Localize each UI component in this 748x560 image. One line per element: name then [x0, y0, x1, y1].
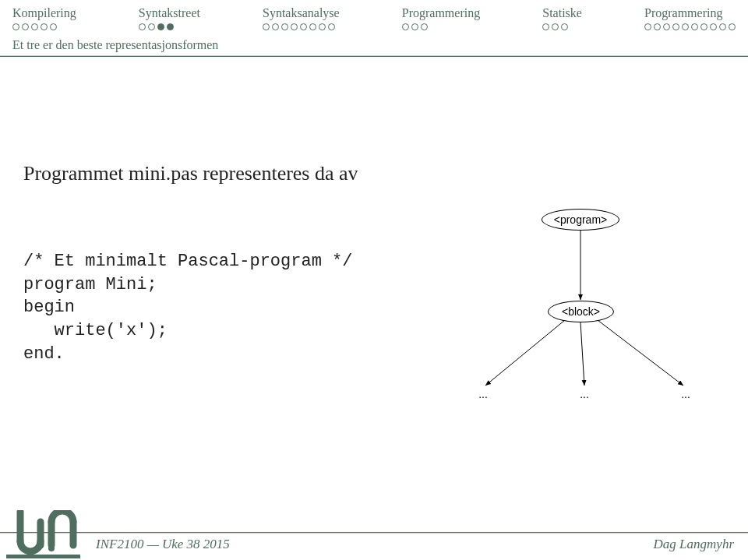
- progress-dots: [263, 23, 335, 30]
- nav-item[interactable]: Programmering: [644, 6, 736, 30]
- progress-dots: [644, 23, 736, 30]
- svg-point-4: [48, 545, 55, 551]
- progress-dots: [12, 23, 57, 30]
- nav-label: Statiske: [542, 6, 582, 20]
- nav-item[interactable]: Programmering: [402, 6, 480, 30]
- progress-dot[interactable]: [411, 23, 418, 30]
- progress-dot[interactable]: [682, 23, 689, 30]
- progress-dot[interactable]: [691, 23, 698, 30]
- nav-label: Kompilering: [12, 6, 76, 20]
- progress-dot[interactable]: [139, 23, 146, 30]
- progress-dot[interactable]: [263, 23, 270, 30]
- progress-dot[interactable]: [41, 23, 48, 30]
- progress-dot[interactable]: [12, 23, 19, 30]
- slide-content: Programmet mini.pas representeres da av …: [0, 57, 748, 462]
- footer-divider: [0, 532, 748, 534]
- nav-item[interactable]: Statiske: [542, 6, 582, 30]
- progress-dots: [542, 23, 568, 30]
- progress-dot[interactable]: [700, 23, 707, 30]
- nav-label: Syntaksanalyse: [263, 6, 340, 20]
- progress-dot[interactable]: [157, 23, 164, 30]
- node-leaf: ...: [468, 388, 499, 400]
- node-leaf: ...: [670, 388, 701, 400]
- progress-dots: [402, 23, 428, 30]
- svg-line-3: [598, 320, 683, 386]
- progress-dot[interactable]: [22, 23, 29, 30]
- progress-dot[interactable]: [552, 23, 559, 30]
- progress-dots: [139, 23, 174, 30]
- progress-dot[interactable]: [167, 23, 174, 30]
- node-leaf: ...: [569, 388, 600, 400]
- progress-dot[interactable]: [672, 23, 679, 30]
- nav-sections: KompileringSyntakstreetSyntaksanalysePro…: [12, 6, 736, 30]
- code-block: /* Et minimalt Pascal-program */ program…: [23, 250, 352, 365]
- footer-course-info: INF2100 — Uke 38 2015: [96, 537, 230, 552]
- progress-dot[interactable]: [309, 23, 316, 30]
- nav-label: Programmering: [402, 6, 480, 20]
- progress-dot[interactable]: [542, 23, 549, 30]
- progress-dot[interactable]: [31, 23, 38, 30]
- slide-heading: Programmet mini.pas representeres da av: [23, 162, 358, 185]
- nav-label: Syntakstreet: [139, 6, 200, 20]
- progress-dot[interactable]: [663, 23, 670, 30]
- progress-dot[interactable]: [148, 23, 155, 30]
- tree-diagram: <program> <block> ... ... ...: [432, 209, 729, 411]
- progress-dot[interactable]: [272, 23, 279, 30]
- progress-dot[interactable]: [644, 23, 651, 30]
- progress-dot[interactable]: [654, 23, 661, 30]
- progress-dot[interactable]: [319, 23, 326, 30]
- svg-rect-5: [6, 555, 80, 558]
- node-block: <block>: [548, 301, 614, 322]
- progress-dot[interactable]: [710, 23, 717, 30]
- footer: INF2100 — Uke 38 2015 Dag Langmyhr: [0, 505, 748, 560]
- progress-dot[interactable]: [281, 23, 288, 30]
- progress-dot[interactable]: [402, 23, 409, 30]
- progress-dot[interactable]: [291, 23, 298, 30]
- progress-dot[interactable]: [421, 23, 428, 30]
- section-subtitle: Et tre er den beste representasjonsforme…: [0, 38, 748, 55]
- progress-dot[interactable]: [561, 23, 568, 30]
- progress-dot[interactable]: [300, 23, 307, 30]
- progress-dot[interactable]: [719, 23, 726, 30]
- progress-dot[interactable]: [328, 23, 335, 30]
- nav-item[interactable]: Kompilering: [12, 6, 76, 30]
- progress-dot[interactable]: [729, 23, 736, 30]
- progress-dot[interactable]: [50, 23, 57, 30]
- svg-line-2: [580, 322, 584, 386]
- svg-line-1: [485, 320, 565, 386]
- node-program: <program>: [542, 209, 619, 231]
- nav-label: Programmering: [644, 6, 722, 20]
- nav-item[interactable]: Syntakstreet: [139, 6, 200, 30]
- logo-icon: [6, 510, 80, 558]
- footer-author: Dag Langmyhr: [654, 537, 734, 552]
- nav-item[interactable]: Syntaksanalyse: [263, 6, 340, 30]
